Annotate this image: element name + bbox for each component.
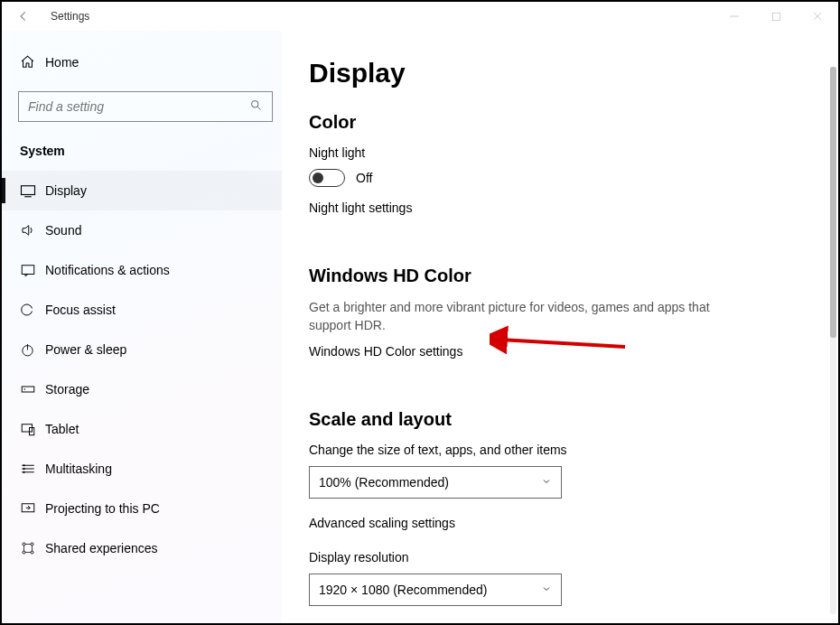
hdcolor-settings-link[interactable]: Windows HD Color settings (309, 344, 462, 359)
window-controls (714, 2, 838, 31)
search-icon (249, 98, 263, 116)
maximize-button[interactable] (755, 2, 797, 31)
night-light-state: Off (356, 171, 372, 185)
sidebar-item-power[interactable]: Power & sleep (2, 330, 282, 369)
sidebar-item-label: Shared experiences (45, 541, 158, 555)
page-title: Display (309, 58, 811, 89)
shared-icon (20, 540, 45, 556)
advanced-scaling-link[interactable]: Advanced scaling settings (309, 516, 455, 530)
svg-rect-1 (772, 13, 779, 20)
titlebar: Settings (2, 2, 838, 31)
svg-rect-6 (22, 266, 34, 275)
tablet-icon (20, 421, 45, 437)
sidebar-item-tablet[interactable]: Tablet (2, 409, 282, 449)
multitasking-icon (20, 461, 45, 477)
back-icon[interactable] (14, 10, 33, 23)
svg-point-16 (23, 464, 24, 466)
home-label: Home (45, 55, 79, 70)
sidebar-item-label: Sound (45, 223, 81, 238)
hdcolor-description: Get a brighter and more vibrant picture … (309, 299, 724, 334)
chevron-down-icon (541, 583, 552, 597)
svg-rect-9 (22, 387, 34, 392)
sidebar-item-label: Display (45, 183, 87, 198)
minimize-button[interactable] (714, 2, 755, 31)
scale-dropdown[interactable]: 100% (Recommended) (309, 466, 562, 499)
section-scale-heading: Scale and layout (309, 409, 811, 430)
sidebar-item-label: Storage (45, 382, 89, 396)
night-light-label: Night light (309, 145, 811, 160)
section-hdcolor-heading: Windows HD Color (309, 266, 811, 286)
notifications-icon (20, 262, 45, 278)
chevron-down-icon (541, 476, 552, 490)
display-icon (20, 182, 45, 199)
svg-point-21 (31, 543, 33, 546)
sidebar-item-label: Notifications & actions (45, 263, 170, 277)
close-button[interactable] (797, 2, 838, 31)
scrollbar[interactable] (830, 67, 836, 614)
power-icon (20, 342, 45, 358)
sidebar-item-shared[interactable]: Shared experiences (2, 528, 282, 568)
sidebar-item-label: Power & sleep (45, 342, 126, 357)
sidebar-item-display[interactable]: Display (2, 171, 282, 210)
sidebar-item-notifications[interactable]: Notifications & actions (2, 250, 282, 290)
window-title: Settings (51, 10, 89, 23)
svg-line-3 (257, 107, 260, 109)
svg-point-2 (252, 100, 259, 107)
home-link[interactable]: Home (18, 49, 282, 75)
sidebar-item-focus-assist[interactable]: Focus assist (2, 290, 282, 330)
scrollbar-thumb[interactable] (830, 67, 836, 338)
search-input[interactable] (18, 91, 273, 122)
sidebar-section-title: System (18, 144, 282, 158)
svg-point-22 (23, 551, 25, 554)
focus-icon (20, 302, 45, 318)
sound-icon (20, 222, 45, 238)
sidebar-item-storage[interactable]: Storage (2, 369, 282, 409)
sidebar-item-label: Tablet (45, 422, 79, 436)
svg-point-17 (23, 468, 24, 470)
sidebar-item-label: Focus assist (45, 303, 116, 317)
storage-icon (20, 381, 45, 397)
sidebar-item-sound[interactable]: Sound (2, 210, 282, 250)
orientation-label: Display orientation (309, 622, 811, 623)
night-light-toggle[interactable] (309, 169, 345, 187)
resolution-dropdown-value: 1920 × 1080 (Recommended) (319, 583, 487, 597)
home-icon (20, 54, 45, 70)
scale-change-label: Change the size of text, apps, and other… (309, 443, 811, 457)
resolution-label: Display resolution (309, 550, 811, 564)
scale-dropdown-value: 100% (Recommended) (319, 475, 449, 490)
sidebar-item-projecting[interactable]: Projecting to this PC (2, 489, 282, 528)
svg-point-23 (31, 551, 33, 554)
resolution-dropdown[interactable]: 1920 × 1080 (Recommended) (309, 574, 562, 606)
section-color-heading: Color (309, 112, 811, 133)
svg-point-20 (23, 543, 25, 546)
sidebar-item-label: Projecting to this PC (45, 501, 160, 516)
search-field[interactable] (28, 99, 249, 114)
svg-point-18 (23, 471, 24, 473)
sidebar: Home System Display Sound Notificati (2, 31, 282, 623)
night-light-settings-link[interactable]: Night light settings (309, 201, 412, 215)
main-content: Display Color Night light Off Night ligh… (282, 31, 838, 623)
sidebar-item-label: Multitasking (45, 462, 112, 476)
sidebar-item-multitasking[interactable]: Multitasking (2, 449, 282, 489)
svg-rect-4 (22, 186, 35, 195)
svg-point-10 (24, 388, 26, 390)
projecting-icon (20, 500, 45, 517)
